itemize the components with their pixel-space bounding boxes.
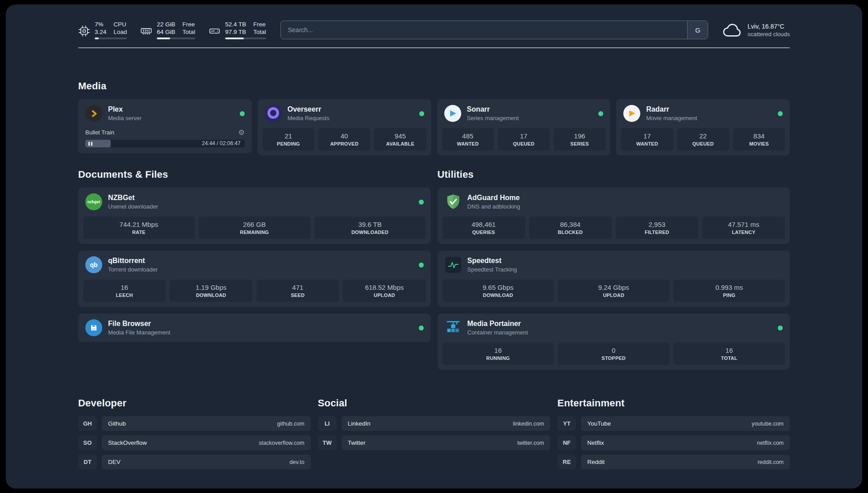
- service-name: Radarr: [646, 105, 768, 114]
- stat-downloaded: 39.6 TBDOWNLOADED: [314, 217, 426, 239]
- system-label: Total: [253, 28, 266, 36]
- service-card-radarr: RadarrMovie management17WANTED22QUEUED83…: [616, 99, 790, 155]
- disk-icon: [209, 23, 221, 39]
- bookmark-pill: Netflixnetflix.com: [581, 435, 790, 450]
- service-stats: 9.65 GbpsDOWNLOAD9.24 GbpsUPLOAD0.993 ms…: [438, 279, 790, 307]
- bookmark-abbr: DT: [78, 455, 97, 469]
- stat-label: LATENCY: [704, 229, 783, 236]
- bookmark-youtube[interactable]: YTYouTubeyoutube.com: [557, 416, 790, 431]
- service-description: Usenet downloader: [108, 203, 409, 210]
- service-description: Media server: [108, 114, 230, 122]
- playback-progress-bar[interactable]: 24:44 / 02:06:47: [85, 140, 245, 147]
- bookmark-netflix[interactable]: NFNetflixnetflix.com: [557, 435, 790, 450]
- stat-label: SERIES: [555, 141, 604, 147]
- stat-label: RUNNING: [444, 355, 552, 362]
- portainer-icon: [445, 319, 462, 336]
- stat-value: 618.52 Mbps: [345, 283, 424, 292]
- section-documents: Documents & Files nzbgetNZBGetUsenet dow…: [78, 169, 431, 342]
- service-link-speedtest[interactable]: SpeedtestSpeedtest Tracking: [438, 251, 790, 279]
- qbittorrent-icon: qb: [85, 256, 102, 273]
- bookmark-name: StackOverflow: [108, 439, 147, 446]
- weather-widget: Lviv, 16.87°C scattered clouds: [722, 22, 790, 38]
- bookmark-group-social: SocialLILinkedInlinkedin.comTWTwittertwi…: [318, 397, 551, 450]
- stat-label: AVAILABLE: [376, 141, 424, 147]
- service-link-portainer[interactable]: Media PortainerContainer management: [438, 313, 790, 342]
- bookmark-pill: Githubgithub.com: [102, 416, 311, 431]
- service-link-plex[interactable]: PlexMedia server: [78, 99, 252, 128]
- topbar: 7%3.24CPULoad22 GiB64 GiBFreeTotal52.4 T…: [78, 21, 790, 39]
- stat-queued: 17QUEUED: [498, 128, 550, 150]
- bookmark-pill: LinkedInlinkedin.com: [342, 416, 551, 431]
- service-name: Media Portainer: [467, 319, 769, 328]
- bookmark-group-title: Entertainment: [557, 397, 790, 409]
- bookmark-name: LinkedIn: [348, 420, 371, 427]
- bookmark-abbr: RE: [557, 455, 576, 469]
- stat-upload: 9.24 GbpsUPLOAD: [558, 280, 669, 302]
- system-label: Free: [183, 21, 196, 28]
- stat-label: UPLOAD: [559, 292, 668, 299]
- stat-wanted: 17WANTED: [621, 128, 673, 150]
- gear-icon[interactable]: ⚙: [238, 129, 244, 136]
- stat-label: PING: [675, 292, 783, 299]
- bookmark-linkedin[interactable]: LILinkedInlinkedin.com: [318, 416, 551, 431]
- section-media: Media PlexMedia serverBullet Train⚙24:44…: [78, 80, 790, 155]
- service-stats: 21PENDING40APPROVED945AVAILABLE: [258, 128, 431, 155]
- status-dot-online: [419, 111, 424, 116]
- service-description: Speedtest Tracking: [467, 266, 783, 273]
- bookmark-stackoverflow[interactable]: SOStackOverflowstackoverflow.com: [78, 435, 311, 450]
- service-card-overseerr: OverseerrMedia Requests21PENDING40APPROV…: [258, 99, 431, 155]
- stat-value: 39.6 TB: [316, 220, 424, 229]
- bookmark-url: youtube.com: [751, 421, 784, 427]
- stat-value: 9.65 Gbps: [444, 283, 552, 292]
- bookmark-dev[interactable]: DTDEVdev.to: [78, 455, 311, 469]
- stat-label: APPROVED: [320, 141, 368, 147]
- service-link-radarr[interactable]: RadarrMovie management: [616, 99, 790, 128]
- stat-label: QUEUED: [679, 141, 727, 147]
- service-card-speedtest: SpeedtestSpeedtest Tracking9.65 GbpsDOWN…: [438, 251, 790, 307]
- bookmark-pill: StackOverflowstackoverflow.com: [102, 435, 311, 450]
- search-input[interactable]: [281, 21, 688, 39]
- search-provider-button[interactable]: G: [687, 21, 708, 39]
- search-bar: G: [280, 21, 709, 39]
- service-link-filebrowser[interactable]: File BrowserMedia File Management: [78, 313, 431, 342]
- bookmark-url: netflix.com: [757, 440, 784, 446]
- service-link-adguard[interactable]: AdGuard HomeDNS and adblocking: [438, 188, 790, 216]
- stat-blocked: 86,384BLOCKED: [529, 217, 612, 239]
- service-card-adguard: AdGuard HomeDNS and adblocking498,461QUE…: [438, 188, 790, 244]
- system-value: 52.4 TB: [225, 21, 246, 28]
- service-description: Torrent downloader: [108, 266, 409, 273]
- status-dot-online: [240, 111, 245, 116]
- bookmark-reddit[interactable]: RERedditreddit.com: [557, 455, 790, 469]
- service-stats: 485WANTED17QUEUED196SERIES: [437, 128, 611, 155]
- stat-latency: 47.571 msLATENCY: [702, 217, 785, 239]
- stat-label: STOPPED: [559, 355, 668, 362]
- bookmark-name: Github: [108, 420, 126, 427]
- service-link-nzbget[interactable]: nzbgetNZBGetUsenet downloader: [78, 188, 431, 216]
- bookmark-pill: DEVdev.to: [102, 455, 311, 469]
- status-dot-online: [419, 263, 424, 267]
- stat-value: 266 GB: [200, 220, 309, 229]
- stat-label: WANTED: [444, 141, 492, 147]
- service-link-overseerr[interactable]: OverseerrMedia Requests: [258, 99, 431, 128]
- bookmark-name: Netflix: [587, 439, 604, 446]
- pause-icon[interactable]: [88, 142, 92, 146]
- bookmark-pill: YouTubeyoutube.com: [581, 416, 790, 431]
- stat-value: 196: [555, 132, 604, 140]
- now-playing: Bullet Train⚙24:44 / 02:06:47: [78, 128, 252, 153]
- service-stats: 744.21 MbpsRATE266 GBREMAINING39.6 TBDOW…: [78, 216, 431, 244]
- stat-label: TOTAL: [675, 355, 783, 362]
- service-name: AdGuard Home: [467, 193, 783, 202]
- system-widget-cpu: 7%3.24CPULoad: [78, 21, 127, 39]
- bookmark-github[interactable]: GHGithubgithub.com: [78, 416, 311, 431]
- documents-card-list: nzbgetNZBGetUsenet downloader744.21 Mbps…: [78, 188, 431, 342]
- status-dot-online: [598, 111, 603, 116]
- service-link-qbittorrent[interactable]: qbqBittorrentTorrent downloader: [78, 251, 431, 279]
- system-value: 64 GiB: [157, 28, 175, 36]
- system-label: Load: [113, 28, 127, 36]
- bookmark-twitter[interactable]: TWTwittertwitter.com: [318, 435, 551, 450]
- weather-condition: scattered clouds: [747, 30, 790, 38]
- stat-download: 9.65 GbpsDOWNLOAD: [442, 280, 554, 302]
- bookmark-url: reddit.com: [758, 459, 784, 465]
- service-link-sonarr[interactable]: SonarrSeries management: [437, 99, 611, 128]
- service-stats: 16LEECH1.19 GbpsDOWNLOAD471SEED618.52 Mb…: [78, 279, 431, 307]
